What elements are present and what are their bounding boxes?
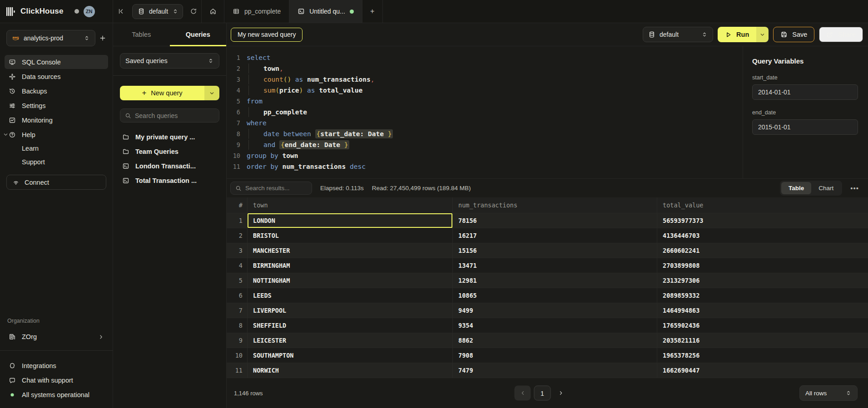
page-size-selector[interactable]: All rows xyxy=(799,385,858,401)
new-query-button[interactable]: + New query xyxy=(120,86,204,100)
search-queries-input[interactable] xyxy=(135,112,217,119)
run-options-button[interactable] xyxy=(756,27,769,42)
column-header-num_transactions[interactable]: num_transactions xyxy=(453,197,657,213)
code-line[interactable]: 7where xyxy=(227,118,743,128)
cell-num_transactions[interactable]: 16217 xyxy=(453,228,657,243)
sidebar-item-sql-console[interactable]: SQL Console xyxy=(5,55,108,69)
run-button[interactable]: Run xyxy=(718,27,756,42)
editor-tab[interactable]: pp_complete xyxy=(224,0,289,23)
code-line[interactable]: 11order by num_transactions desc xyxy=(227,161,743,172)
start-date-input[interactable] xyxy=(752,84,858,100)
code-line[interactable]: 1select xyxy=(227,52,743,63)
share-button[interactable]: Share xyxy=(819,27,863,42)
results-more-button[interactable]: ••• xyxy=(848,184,861,192)
sql-editor[interactable]: 1select2town,3count() as num_transaction… xyxy=(227,46,743,178)
sidebar-item-backups[interactable]: Backups xyxy=(5,84,108,98)
save-button[interactable]: Save xyxy=(773,27,814,42)
saved-queries-selector[interactable]: Saved queries xyxy=(120,53,219,69)
next-page-button[interactable] xyxy=(554,386,567,401)
column-header-town[interactable]: town xyxy=(248,197,453,213)
cell-town[interactable]: SOUTHAMPTON xyxy=(248,348,453,363)
panel-tab-queries[interactable]: Queries xyxy=(170,23,227,46)
code-line[interactable]: 10group by town xyxy=(227,150,743,161)
cell-num_transactions[interactable]: 8862 xyxy=(453,333,657,348)
code-line[interactable]: 5from xyxy=(227,96,743,107)
chevron-down-icon[interactable] xyxy=(3,132,9,138)
cell-total_value[interactable]: 2313297306 xyxy=(657,273,868,288)
code-line[interactable]: 6pp_complete xyxy=(227,107,743,118)
cell-num_transactions[interactable]: 10865 xyxy=(453,288,657,303)
organization-item[interactable]: ZOrg xyxy=(5,329,108,344)
cell-town[interactable]: MANCHESTER xyxy=(248,243,453,258)
cell-town[interactable]: BRISTOL xyxy=(248,228,453,243)
saved-query-item[interactable]: Team Queries xyxy=(120,144,219,159)
cell-num_transactions[interactable]: 15156 xyxy=(453,243,657,258)
cell-town[interactable]: LEEDS xyxy=(248,288,453,303)
cell-total_value[interactable]: 1662690447 xyxy=(657,363,868,378)
view-tab-chart[interactable]: Chart xyxy=(811,182,841,194)
new-query-dropdown-button[interactable] xyxy=(204,86,219,100)
notification-dot-icon[interactable] xyxy=(74,9,79,14)
add-service-button[interactable] xyxy=(99,34,106,42)
code-line[interactable]: 9and {end_date: Date } xyxy=(227,139,743,150)
cell-num_transactions[interactable]: 78156 xyxy=(453,213,657,228)
panel-tab-tables[interactable]: Tables xyxy=(113,23,170,46)
view-tab-table[interactable]: Table xyxy=(781,182,811,194)
sidebar-item-monitoring[interactable]: Monitoring xyxy=(5,113,108,127)
query-variable-chip[interactable]: {end_date: Date } xyxy=(279,140,349,149)
saved-query-item[interactable]: London Transacti... xyxy=(120,159,219,173)
cell-town[interactable]: LIVERPOOL xyxy=(248,303,453,318)
saved-query-tab[interactable]: My new saved query xyxy=(231,28,303,42)
refresh-button[interactable] xyxy=(186,4,201,19)
column-header-total_value[interactable]: total_value xyxy=(657,197,868,213)
connect-button[interactable]: Connect xyxy=(6,175,106,190)
sidebar-footer-chat-with-support[interactable]: Chat with support xyxy=(0,374,113,387)
sidebar-subitem-learn[interactable]: Learn xyxy=(0,142,113,155)
code-line[interactable]: 8date between {start_date: Date } xyxy=(227,128,743,139)
cell-total_value[interactable]: 2703899808 xyxy=(657,258,868,273)
workspace-selector[interactable]: aws analytics-prod xyxy=(6,30,95,46)
home-tab-button[interactable] xyxy=(202,0,224,23)
end-date-input[interactable] xyxy=(752,119,858,135)
cell-num_transactions[interactable]: 7479 xyxy=(453,363,657,378)
cell-town[interactable]: NORWICH xyxy=(248,363,453,378)
sidebar-item-help[interactable]: Help xyxy=(5,128,108,142)
cell-num_transactions[interactable]: 9354 xyxy=(453,318,657,333)
cell-total_value[interactable]: 1965378256 xyxy=(657,348,868,363)
editor-database-selector[interactable]: default xyxy=(643,27,713,42)
cell-town[interactable]: LEICESTER xyxy=(248,333,453,348)
cell-town[interactable]: NOTTINGHAM xyxy=(248,273,453,288)
sidebar-item-settings[interactable]: Settings xyxy=(5,98,108,113)
cell-total_value[interactable]: 2089859332 xyxy=(657,288,868,303)
cell-total_value[interactable]: 1765902436 xyxy=(657,318,868,333)
cell-total_value[interactable]: 2035821116 xyxy=(657,333,868,348)
avatar[interactable]: ZN xyxy=(84,6,95,17)
cell-num_transactions[interactable]: 13471 xyxy=(453,258,657,273)
cell-num_transactions[interactable]: 9499 xyxy=(453,303,657,318)
search-results-input[interactable] xyxy=(245,185,307,192)
new-tab-button[interactable]: + xyxy=(362,0,382,23)
cell-town[interactable]: SHEFFIELD xyxy=(248,318,453,333)
cell-town[interactable]: LONDON xyxy=(248,213,453,228)
cell-total_value[interactable]: 56593977373 xyxy=(657,213,868,228)
saved-query-item[interactable]: My private query ... xyxy=(120,130,219,144)
previous-page-button[interactable] xyxy=(514,386,531,401)
cell-town[interactable]: BIRMINGHAM xyxy=(248,258,453,273)
code-line[interactable]: 4sum(price) as total_value xyxy=(227,85,743,96)
cell-total_value[interactable]: 2660602241 xyxy=(657,243,868,258)
collapse-sidebar-button[interactable] xyxy=(113,4,129,19)
query-variable-chip[interactable]: {start_date: Date } xyxy=(315,129,393,138)
cell-total_value[interactable]: 1464994863 xyxy=(657,303,868,318)
saved-query-item[interactable]: Total Transaction ... xyxy=(120,173,219,188)
cell-num_transactions[interactable]: 12981 xyxy=(453,273,657,288)
column-header-index[interactable]: # xyxy=(227,197,248,213)
sidebar-footer-integrations[interactable]: Integrations xyxy=(0,359,113,373)
current-page[interactable]: 1 xyxy=(534,386,551,401)
editor-tab[interactable]: Untitled qu... xyxy=(289,0,362,23)
topbar-database-selector[interactable]: default xyxy=(132,4,183,19)
code-line[interactable]: 3count() as num_transactions, xyxy=(227,74,743,85)
sidebar-subitem-support[interactable]: Support xyxy=(0,155,113,169)
sidebar-footer-all-systems-operational[interactable]: All systems operational xyxy=(0,388,113,402)
cell-total_value[interactable]: 4136446703 xyxy=(657,228,868,243)
code-line[interactable]: 2town, xyxy=(227,63,743,74)
